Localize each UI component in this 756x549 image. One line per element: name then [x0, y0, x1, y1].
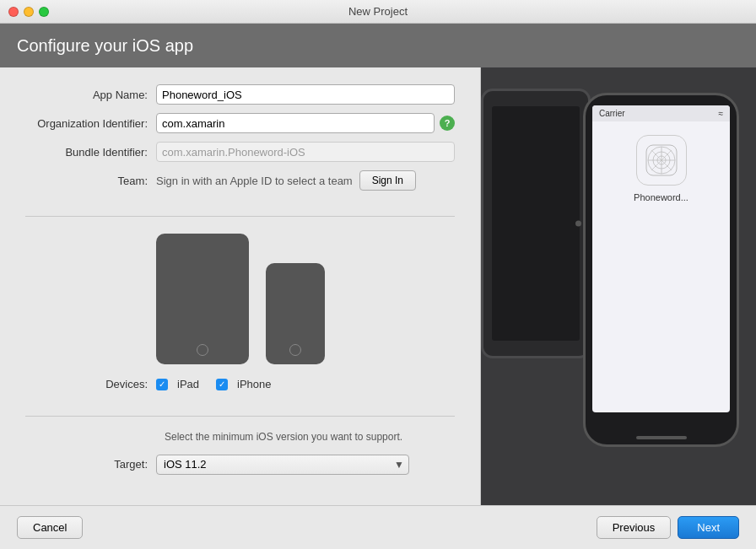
target-section: Select the minimum iOS version you want … — [25, 417, 455, 475]
footer: Cancel Previous Next — [0, 505, 756, 549]
maximize-button[interactable] — [39, 7, 49, 17]
main-content: App Name: Organization Identifier: ? Bun… — [0, 67, 756, 505]
iphone-home-bar — [636, 436, 687, 439]
iphone-detail-preview: Carrier ≈ — [583, 93, 739, 447]
ipad-screen — [492, 106, 580, 341]
target-row: Target: iOS 11.2 iOS 11.0 iOS 10.3 iOS 1… — [25, 455, 455, 475]
bundle-identifier-input — [156, 142, 455, 162]
window-controls — [8, 7, 49, 17]
iphone-home-button — [289, 344, 301, 356]
ipad-check-row: iPad — [156, 378, 199, 390]
ipad-home-button — [197, 344, 208, 356]
footer-left: Cancel — [17, 516, 83, 539]
ipad-checkbox[interactable] — [156, 379, 168, 390]
app-name-row: App Name: — [25, 84, 455, 105]
app-icon-graphic — [645, 143, 678, 177]
org-identifier-label: Organization Identifier: — [25, 117, 156, 130]
ipad-preview — [156, 234, 249, 364]
close-button[interactable] — [8, 7, 19, 17]
iphone-label: iPhone — [237, 378, 271, 390]
org-identifier-input[interactable] — [156, 113, 435, 133]
form-section: App Name: Organization Identifier: ? Bun… — [25, 84, 455, 217]
ipad-label: iPad — [177, 378, 199, 390]
title-bar: New Project — [0, 0, 756, 24]
ipad-silhouette — [481, 89, 591, 358]
right-panel: Carrier ≈ — [481, 67, 756, 505]
bundle-identifier-label: Bundle Identifier: — [25, 146, 156, 159]
target-label: Target: — [25, 458, 156, 471]
team-sign-in-text: Sign in with an Apple ID to select a tea… — [156, 175, 353, 187]
iphone-checkbox[interactable] — [216, 379, 228, 390]
footer-right: Previous Next — [597, 516, 739, 539]
org-identifier-row: Organization Identifier: ? — [25, 113, 455, 133]
ipad-camera-icon — [575, 221, 581, 227]
sign-in-button[interactable]: Sign In — [359, 170, 416, 191]
target-select[interactable]: iOS 11.2 iOS 11.0 iOS 10.3 iOS 10.0 iOS … — [156, 455, 409, 475]
help-icon[interactable]: ? — [440, 116, 455, 131]
iphone-preview-small — [266, 263, 325, 364]
target-select-wrap: iOS 11.2 iOS 11.0 iOS 10.3 iOS 10.0 iOS … — [156, 455, 409, 475]
left-panel: App Name: Organization Identifier: ? Bun… — [0, 67, 481, 505]
wifi-icon: ≈ — [719, 109, 724, 118]
team-row: Team: Sign in with an Apple ID to select… — [25, 170, 455, 191]
devices-label: Devices: — [25, 378, 156, 390]
window-title: New Project — [348, 5, 408, 18]
app-icon — [636, 135, 687, 186]
carrier-text: Carrier — [599, 109, 625, 118]
previous-button[interactable]: Previous — [597, 516, 672, 539]
cancel-button[interactable]: Cancel — [17, 516, 83, 539]
bundle-identifier-row: Bundle Identifier: — [25, 142, 455, 162]
device-previews — [25, 234, 455, 364]
header-band: Configure your iOS app — [0, 24, 756, 67]
next-button[interactable]: Next — [678, 516, 739, 539]
iphone-check-row: iPhone — [216, 378, 271, 390]
iphone-status-bar: Carrier ≈ — [592, 105, 730, 121]
target-description: Select the minimum iOS version you want … — [165, 430, 455, 444]
app-name-label: App Name: — [25, 89, 156, 101]
devices-row: Devices: iPad iPhone — [25, 378, 455, 390]
iphone-screen: Carrier ≈ — [592, 105, 730, 412]
app-name-label: Phoneword... — [634, 192, 688, 202]
app-name-input[interactable] — [156, 84, 455, 105]
iphone-app-area: Phoneword... — [592, 121, 730, 216]
minimize-button[interactable] — [24, 7, 34, 17]
team-label: Team: — [25, 175, 156, 187]
page-title: Configure your iOS app — [17, 36, 193, 56]
devices-section: Devices: iPad iPhone — [25, 217, 455, 417]
